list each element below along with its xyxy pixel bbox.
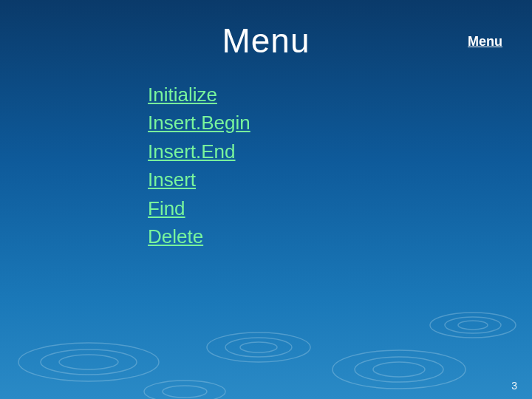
svg-point-10 <box>445 317 501 333</box>
svg-point-12 <box>163 386 207 398</box>
ripple-decoration <box>0 251 532 399</box>
svg-point-0 <box>59 355 118 369</box>
page-title: Menu <box>0 21 532 61</box>
svg-point-13 <box>144 381 225 399</box>
menu-item-initialize[interactable]: Initialize <box>148 81 250 108</box>
svg-point-7 <box>355 357 443 382</box>
menu-list: Initialize Insert.Begin Insert.End Inser… <box>148 81 250 251</box>
svg-point-6 <box>373 362 425 377</box>
menu-item-insert-end[interactable]: Insert.End <box>148 138 250 165</box>
menu-item-delete[interactable]: Delete <box>148 223 250 250</box>
page-number: 3 <box>511 380 517 392</box>
svg-point-5 <box>207 332 310 362</box>
menu-link[interactable]: Menu <box>468 34 502 50</box>
svg-point-3 <box>240 342 277 352</box>
svg-point-2 <box>18 343 159 381</box>
menu-item-insert[interactable]: Insert <box>148 166 250 193</box>
svg-point-1 <box>41 349 137 375</box>
menu-item-insert-begin[interactable]: Insert.Begin <box>148 109 250 136</box>
svg-point-11 <box>430 313 516 338</box>
svg-point-9 <box>458 321 488 330</box>
svg-point-4 <box>225 338 292 357</box>
slide: Menu Menu Initialize Insert.Begin Insert… <box>0 0 532 399</box>
menu-item-find[interactable]: Find <box>148 195 250 222</box>
svg-point-8 <box>332 350 466 389</box>
